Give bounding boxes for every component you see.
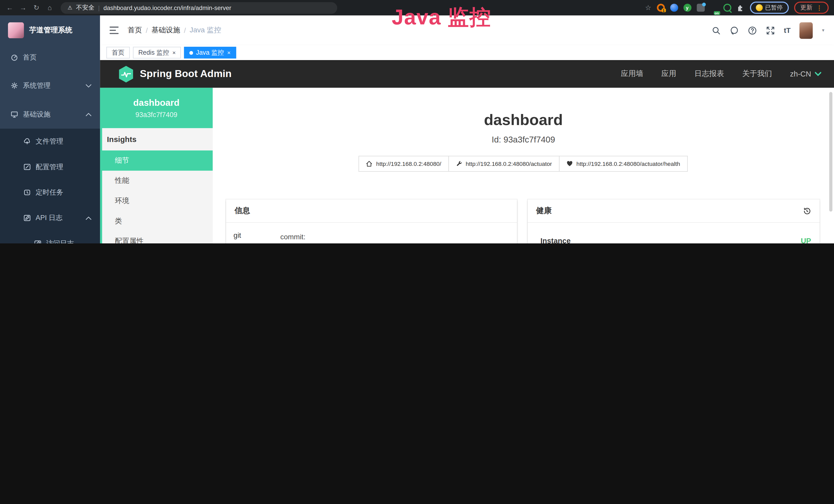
- hamburger-icon[interactable]: [110, 26, 119, 34]
- sba-nav-wallboard[interactable]: 应用墙: [621, 69, 643, 78]
- paused-badge[interactable]: 已暂停: [750, 2, 789, 14]
- sidebar-item-api-log[interactable]: API 日志: [0, 205, 100, 231]
- sidebar-item-file-manage[interactable]: 文件管理: [0, 129, 100, 154]
- sidebar-item-label: 文件管理: [36, 137, 63, 146]
- extension-pin-icon[interactable]: [670, 4, 678, 12]
- tab-label: 首页: [112, 48, 125, 57]
- panel-item-metrics[interactable]: 性能: [100, 171, 213, 191]
- instance-id: 93a3fc7f7409: [100, 110, 213, 118]
- sba-nav-about[interactable]: 关于我们: [742, 69, 772, 78]
- sidebar-item-scheduled-jobs[interactable]: 定时任务: [0, 180, 100, 205]
- instance-header[interactable]: dashboard 93a3fc7f7409: [100, 88, 213, 128]
- sidebar-item-system[interactable]: 系统管理: [0, 73, 100, 98]
- info-value: commit: time: 1596289704000 id: 27aa832 …: [280, 231, 357, 244]
- sba-brand[interactable]: Spring Boot Admin: [118, 65, 232, 83]
- not-secure-warning-icon: ⚠: [68, 5, 72, 11]
- extension-orange-icon[interactable]: 1: [657, 4, 664, 12]
- sidebar-item-home[interactable]: 首页: [0, 45, 100, 70]
- sidebar-item-config-manage[interactable]: 配置管理: [0, 154, 100, 180]
- sidebar-item-label: 定时任务: [36, 188, 63, 197]
- breadcrumb-home[interactable]: 首页: [128, 25, 142, 35]
- breadcrumb: 首页 / 基础设施 / Java 监控: [128, 25, 221, 35]
- git-commit-line: commit:: [280, 231, 357, 244]
- panel-item-classes[interactable]: 类: [100, 211, 213, 231]
- browser-home-icon[interactable]: ⌂: [45, 4, 54, 12]
- address-bar[interactable]: ⚠ 不安全 | dashboard.yudao.iocoder.cn/infra…: [61, 2, 337, 14]
- sba-locale-select[interactable]: zh-CN: [790, 70, 821, 78]
- instance-home-link[interactable]: http://192.168.0.2:48080/: [358, 156, 449, 172]
- sidebar-item-infrastructure[interactable]: 基础设施: [0, 102, 100, 127]
- card-title: 健康: [536, 206, 551, 216]
- tags-bar: 首页 Redis 监控 × Java 监控 ×: [100, 45, 834, 60]
- extension-grid-icon[interactable]: [697, 4, 705, 12]
- browser-back-icon[interactable]: ←: [5, 4, 14, 12]
- home-icon: [366, 160, 372, 167]
- chevron-up-icon: [86, 216, 91, 220]
- sba-nav-applications[interactable]: 应用: [661, 69, 676, 78]
- extensions-puzzle-icon[interactable]: [737, 4, 744, 12]
- url-divider: |: [98, 5, 100, 11]
- bookmark-star-icon[interactable]: ☆: [645, 4, 651, 12]
- search-icon[interactable]: [711, 26, 721, 35]
- panel-scrollbar[interactable]: [100, 88, 102, 244]
- info-key: git: [234, 231, 280, 244]
- text-size-icon[interactable]: tT: [784, 26, 791, 35]
- link-url: http://192.168.0.2:48080/actuator/health: [576, 160, 680, 167]
- breadcrumb-separator: /: [146, 26, 148, 35]
- extension-list-icon[interactable]: on: [710, 4, 718, 12]
- content-scrollbar[interactable]: [829, 92, 832, 211]
- chevron-down-icon: [815, 72, 821, 76]
- instance-actuator-link[interactable]: http://192.168.0.2:48080/actuator: [448, 156, 559, 172]
- header-actions: tT ▾: [711, 22, 825, 39]
- panel-item-details[interactable]: 细节: [100, 151, 213, 171]
- tab-close-icon[interactable]: ×: [227, 49, 231, 56]
- browser-extensions-area: ☆ 1 y on 已暂停 更新 ⋮: [645, 2, 829, 14]
- health-card-header: 健康: [528, 200, 820, 223]
- github-icon[interactable]: [730, 26, 739, 35]
- extension-badge: 1: [661, 8, 665, 12]
- fullscreen-icon[interactable]: [766, 26, 775, 35]
- log-edit-icon: [34, 240, 42, 244]
- extension-grid-dot: [702, 3, 705, 6]
- dashboard-icon: [10, 54, 18, 61]
- panel-item-environment[interactable]: 环境: [100, 191, 213, 211]
- main-sidebar: 芋道管理系统 首页 系统管理 基础设施 文件管理 配置管理: [0, 16, 100, 244]
- insights-group-label: Insights: [100, 128, 213, 151]
- user-avatar[interactable]: [799, 22, 813, 39]
- sba-nav-journal[interactable]: 日志报表: [694, 69, 724, 78]
- tab-close-icon[interactable]: ×: [172, 49, 176, 56]
- app-title: 芋道管理系统: [29, 25, 72, 35]
- card-title: 信息: [235, 206, 250, 216]
- browser-menu-kebab-icon[interactable]: ⋮: [816, 4, 822, 12]
- sba-logo-icon: [118, 65, 134, 83]
- url-text[interactable]: dashboard.yudao.iocoder.cn/infra/admin-s…: [104, 5, 232, 11]
- instance-panel: dashboard 93a3fc7f7409 Insights 细节 性能 环境…: [100, 88, 213, 244]
- history-icon[interactable]: [803, 207, 811, 215]
- breadcrumb-infrastructure[interactable]: 基础设施: [152, 25, 180, 35]
- update-button[interactable]: 更新 ⋮: [794, 2, 829, 14]
- tab-home[interactable]: 首页: [106, 47, 130, 59]
- app-logo[interactable]: 芋道管理系统: [0, 16, 100, 45]
- screen: ← → ↻ ⌂ ⚠ 不安全 | dashboard.yudao.iocoder.…: [0, 0, 834, 244]
- panel-item-config-props[interactable]: 配置属性: [100, 231, 213, 244]
- tab-java-monitor[interactable]: Java 监控 ×: [184, 47, 236, 59]
- gear-icon: [10, 82, 18, 89]
- extension-zoom-icon[interactable]: [723, 4, 731, 12]
- sidebar-item-access-log[interactable]: 访问日志: [0, 231, 100, 244]
- link-url: http://192.168.0.2:48080/: [376, 160, 441, 167]
- paused-label: 已暂停: [765, 4, 783, 12]
- browser-reload-icon[interactable]: ↻: [32, 4, 41, 12]
- not-secure-label[interactable]: 不安全: [76, 4, 94, 12]
- sidebar-item-label: 系统管理: [23, 81, 50, 90]
- browser-forward-icon[interactable]: →: [19, 4, 27, 12]
- monitor-icon: [10, 111, 18, 118]
- avatar-caret-icon[interactable]: ▾: [822, 28, 824, 33]
- info-card-header: 信息: [226, 200, 517, 223]
- extension-y-icon[interactable]: y: [683, 4, 691, 12]
- help-icon[interactable]: [748, 26, 757, 35]
- tab-redis-monitor[interactable]: Redis 监控 ×: [133, 47, 181, 59]
- sidebar-item-label: 配置管理: [36, 162, 63, 172]
- health-status-badge: UP: [801, 237, 811, 244]
- instance-health-link[interactable]: http://192.168.0.2:48080/actuator/health: [559, 156, 687, 172]
- sba-header: Spring Boot Admin 应用墙 应用 日志报表 关于我们 zh-CN: [100, 60, 834, 88]
